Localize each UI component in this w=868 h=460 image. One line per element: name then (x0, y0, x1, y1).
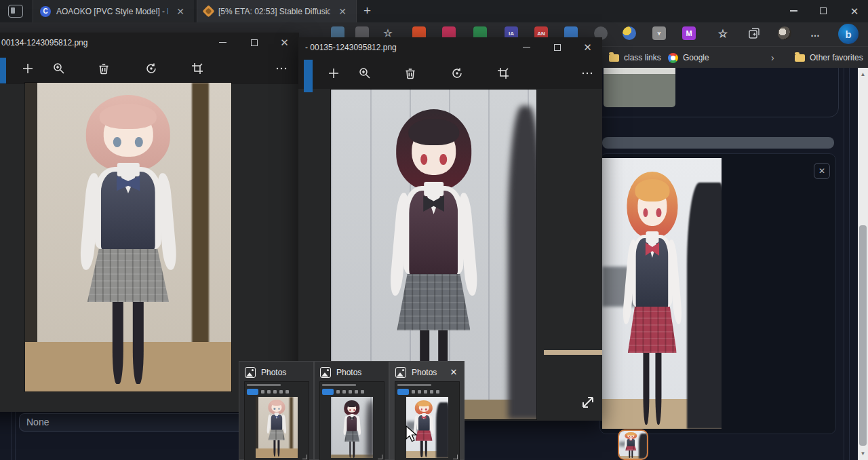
favorite-folder-other-favorites[interactable]: Other favorites (795, 51, 863, 64)
page-scrollbar[interactable]: ▲ ▼ (858, 68, 868, 460)
taskbar-preview-photos-3[interactable]: Photos ✕ (389, 361, 465, 460)
photo-blonde-girl (602, 158, 722, 429)
background-image-sliver (544, 350, 602, 355)
collections-icon[interactable] (747, 26, 761, 40)
photos1-close-button[interactable]: ✕ (269, 33, 300, 52)
favorite-google[interactable]: Google (668, 51, 709, 64)
browser-maximize-button[interactable] (808, 0, 838, 22)
browser-minimize-button[interactable] (778, 0, 808, 22)
photos2-maximize-button[interactable] (542, 37, 572, 57)
extension-globe-icon[interactable] (623, 26, 636, 40)
more-options-icon[interactable] (577, 63, 597, 83)
add-to-album-icon[interactable] (18, 58, 38, 79)
photos-window2-title: - 00135-1243095812.png (305, 43, 397, 52)
rotate-icon[interactable] (141, 58, 161, 79)
preview-app-label: Photos (412, 368, 437, 377)
preview-thumbnail (245, 382, 309, 460)
folder-icon (609, 54, 619, 62)
photos1-minimize-button[interactable] (208, 33, 238, 52)
crop-icon[interactable] (493, 63, 513, 83)
see-all-photos-button-edge[interactable] (304, 60, 313, 92)
tab-actions-menu-icon[interactable] (8, 5, 23, 18)
favorite-label: Other favorites (810, 53, 863, 62)
prompt-textarea-partial[interactable] (604, 68, 675, 107)
gradio-favicon-icon (202, 5, 214, 17)
tab-title: [5% ETA: 02:53] Stable Diffusion (218, 7, 330, 16)
photos-window-1: 00134-1243095812.png ✕ (0, 33, 299, 412)
taskbar-preview-photos-1[interactable]: Photos (239, 361, 314, 460)
bing-chat-icon[interactable]: b (838, 24, 859, 44)
new-tab-button[interactable]: + (363, 3, 371, 18)
add-favorite-star-icon[interactable]: ☆ (716, 26, 730, 40)
zoom-icon[interactable] (355, 63, 375, 83)
tab-close-icon[interactable]: ✕ (174, 5, 187, 18)
taskbar-preview-photos-2[interactable]: Photos (314, 361, 389, 460)
tab-close-icon[interactable]: ✕ (336, 5, 349, 18)
preview-app-label: Photos (336, 368, 361, 377)
profile-avatar[interactable] (778, 26, 791, 40)
extension-y-icon[interactable]: Y (652, 26, 666, 40)
tab-stable-diffusion[interactable]: [5% ETA: 02:53] Stable Diffusion ✕ (197, 0, 357, 22)
script-dropdown-value: None (26, 417, 49, 427)
photos-app-icon (245, 367, 256, 378)
photos2-toolbar (298, 58, 602, 89)
gallery-thumbnail-selected[interactable] (618, 429, 648, 460)
generation-progress-bar (602, 137, 834, 149)
photos1-toolbar (0, 53, 299, 84)
preview-thumbnail (320, 382, 384, 460)
favorite-label: class links (624, 53, 661, 62)
close-image-button[interactable]: ✕ (814, 163, 830, 179)
add-to-album-icon[interactable] (323, 63, 344, 83)
expand-resize-icon[interactable] (578, 392, 598, 413)
panel-divider (849, 68, 850, 460)
zoom-icon[interactable] (49, 58, 69, 79)
rotate-icon[interactable] (447, 63, 467, 83)
more-options-icon[interactable] (271, 58, 292, 79)
preview-thumbnail (395, 382, 459, 460)
google-favicon-icon (668, 53, 678, 63)
photos-app-icon (320, 367, 331, 378)
photos-window1-title: 00134-1243095812.png (1, 38, 87, 47)
photos2-minimize-button[interactable] (511, 37, 542, 57)
gallery-thumb-image (619, 431, 647, 459)
browser-tab-bar: C AOAOKO [PVC Style Model] - PV ✕ [5% ET… (0, 0, 868, 22)
tab-title: AOAOKO [PVC Style Model] - PV (56, 7, 168, 16)
tab-civitai[interactable]: C AOAOKO [PVC Style Model] - PV ✕ (33, 0, 194, 22)
photos-app-icon (395, 367, 406, 378)
scrollbar-thumb[interactable] (859, 225, 867, 446)
favorites-overflow-chevron[interactable]: › (771, 51, 774, 64)
photo-00134 (25, 83, 231, 391)
browser-more-menu-icon[interactable]: … (808, 26, 822, 40)
taskbar-preview-flyout: Photos Photos (239, 361, 465, 460)
see-all-photos-button-edge[interactable] (0, 58, 6, 83)
browser-close-button[interactable]: ✕ (840, 0, 868, 22)
favorite-folder-class-links[interactable]: class links (609, 51, 661, 64)
delete-icon[interactable] (400, 63, 420, 83)
generated-image-00136[interactable] (602, 158, 722, 429)
preview-app-label: Photos (261, 368, 286, 377)
favorite-label: Google (683, 53, 709, 62)
panel-divider (844, 68, 844, 460)
scroll-down-arrow[interactable]: ▼ (858, 448, 868, 459)
screen: ✕ None (0, 0, 868, 460)
delete-icon[interactable] (94, 58, 114, 79)
folder-icon (795, 54, 805, 62)
preview-close-icon[interactable]: ✕ (448, 366, 460, 378)
mouse-cursor (406, 425, 420, 447)
photos2-close-button[interactable]: ✕ (572, 37, 603, 57)
scroll-up-arrow[interactable]: ▲ (858, 69, 868, 79)
civitai-favicon-icon: C (40, 6, 51, 17)
crop-icon[interactable] (187, 58, 208, 79)
photos1-maximize-button[interactable] (239, 33, 269, 52)
extension-m-icon[interactable]: M (682, 26, 696, 40)
